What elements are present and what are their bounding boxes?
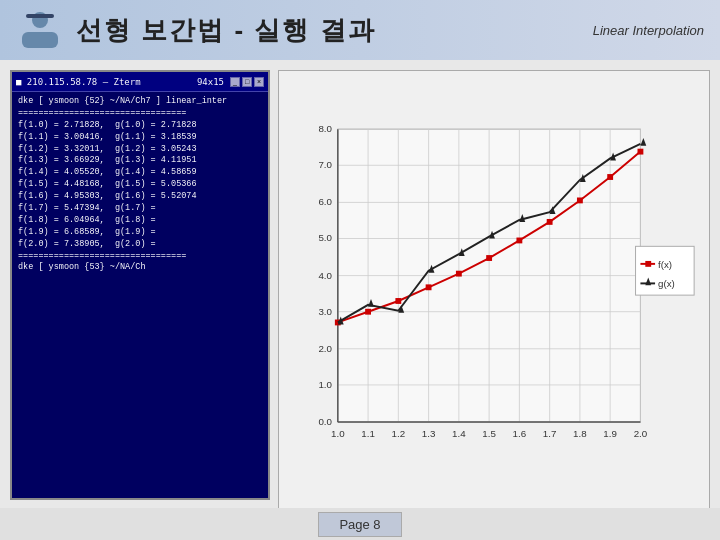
svg-text:5.0: 5.0 (318, 232, 332, 243)
svg-rect-2 (22, 32, 58, 48)
svg-rect-54 (577, 198, 583, 204)
svg-text:1.5: 1.5 (482, 428, 496, 439)
svg-text:0.0: 0.0 (318, 416, 332, 427)
svg-text:6.0: 6.0 (318, 196, 332, 207)
terminal-line-7: f(1.7) = 5.47394, g(1.7) = (18, 203, 262, 215)
header-title: 선형 보간법 - 실행 결과 (76, 13, 376, 48)
svg-text:7.0: 7.0 (318, 159, 332, 170)
svg-text:2.0: 2.0 (318, 343, 332, 354)
terminal-prompt2: dke [ ysmoon {53} ~/NA/Ch (18, 262, 262, 274)
header: 선형 보간법 - 실행 결과 Linear Interpolation (0, 0, 720, 60)
terminal-line-9: f(1.9) = 6.68589, g(1.9) = (18, 227, 262, 239)
svg-text:1.6: 1.6 (513, 428, 527, 439)
svg-text:2.0: 2.0 (634, 428, 648, 439)
terminal-line-5: f(1.5) = 4.48168, g(1.5) = 5.05366 (18, 179, 262, 191)
svg-rect-56 (638, 149, 644, 155)
header-subtitle: Linear Interpolation (593, 23, 704, 38)
svg-rect-48 (395, 298, 401, 304)
terminal-window: ■ 210.115.58.78 – Zterm 94x15 _ □ × dke … (10, 70, 270, 500)
terminal-minimize-btn[interactable]: _ (230, 77, 240, 87)
terminal-controls: 94x15 _ □ × (197, 77, 264, 87)
svg-rect-47 (365, 309, 371, 315)
svg-text:1.1: 1.1 (361, 428, 375, 439)
svg-text:3.0: 3.0 (318, 306, 332, 317)
terminal-sep1: ================================= (18, 108, 262, 120)
svg-text:1.9: 1.9 (603, 428, 617, 439)
svg-text:1.4: 1.4 (452, 428, 466, 439)
svg-text:1.0: 1.0 (331, 428, 345, 439)
terminal-close-btn[interactable]: × (254, 77, 264, 87)
svg-marker-67 (640, 138, 646, 146)
svg-rect-49 (426, 284, 432, 290)
svg-text:f(x): f(x) (658, 259, 672, 270)
svg-rect-55 (607, 174, 613, 180)
terminal-titlebar: ■ 210.115.58.78 – Zterm 94x15 _ □ × (12, 72, 268, 92)
terminal-size-label: 94x15 (197, 77, 224, 87)
terminal-sep2: ================================= (18, 251, 262, 263)
svg-rect-53 (547, 219, 553, 225)
chart-area: 0.0 1.0 2.0 3.0 4.0 5.0 6.0 7.0 8.0 1.0 … (289, 81, 699, 519)
svg-text:1.2: 1.2 (392, 428, 406, 439)
terminal-line-1: f(1.1) = 3.00416, g(1.1) = 3.18539 (18, 132, 262, 144)
svg-rect-1 (26, 14, 54, 18)
terminal-prompt1: dke [ ysmoon {52} ~/NA/Ch7 ] linear_inte… (18, 96, 262, 108)
svg-text:1.0: 1.0 (318, 379, 332, 390)
terminal-line-2: f(1.2) = 3.32011, g(1.2) = 3.05243 (18, 144, 262, 156)
header-icon (16, 6, 64, 54)
terminal-maximize-btn[interactable]: □ (242, 77, 252, 87)
terminal-line-8: f(1.8) = 6.04964, g(1.8) = (18, 215, 262, 227)
main-content: ■ 210.115.58.78 – Zterm 94x15 _ □ × dke … (0, 60, 720, 540)
svg-rect-50 (456, 271, 462, 277)
svg-rect-52 (516, 238, 522, 244)
terminal-line-10: f(2.0) = 7.38905, g(2.0) = (18, 239, 262, 251)
terminal-line-0: f(1.0) = 2.71828, g(1.0) = 2.71828 (18, 120, 262, 132)
footer: Page 8 (0, 508, 720, 540)
svg-text:8.0: 8.0 (318, 123, 332, 134)
terminal-title-text: ■ 210.115.58.78 – Zterm (16, 77, 141, 87)
terminal-body: dke [ ysmoon {52} ~/NA/Ch7 ] linear_inte… (12, 92, 268, 498)
svg-rect-51 (486, 255, 492, 261)
svg-text:1.3: 1.3 (422, 428, 436, 439)
chart-svg: 0.0 1.0 2.0 3.0 4.0 5.0 6.0 7.0 8.0 1.0 … (289, 81, 699, 519)
terminal-line-4: f(1.4) = 4.05520, g(1.4) = 4.58659 (18, 167, 262, 179)
page-label: Page 8 (318, 512, 401, 537)
chart-container: 0.0 1.0 2.0 3.0 4.0 5.0 6.0 7.0 8.0 1.0 … (278, 70, 710, 530)
svg-text:4.0: 4.0 (318, 270, 332, 281)
svg-text:1.7: 1.7 (543, 428, 557, 439)
svg-text:g(x): g(x) (658, 278, 675, 289)
svg-rect-70 (645, 261, 651, 267)
terminal-line-3: f(1.3) = 3.66929, g(1.3) = 4.11951 (18, 155, 262, 167)
terminal-line-6: f(1.6) = 4.95303, g(1.6) = 5.52074 (18, 191, 262, 203)
svg-text:1.8: 1.8 (573, 428, 587, 439)
